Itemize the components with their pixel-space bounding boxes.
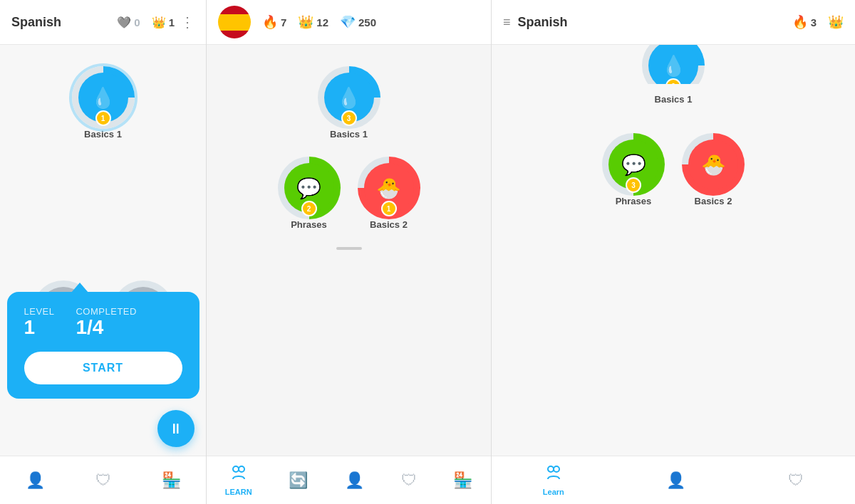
water-drop-icon-mid: 💧: [336, 86, 361, 110]
shield-icon-right: 🛡: [788, 471, 804, 490]
basics1-label-right: Basics 1: [655, 94, 693, 105]
skill-node-basics2-mid[interactable]: 🐣 1 Basics 2: [358, 157, 420, 230]
nav-shield-left[interactable]: 🛡: [95, 471, 111, 490]
gem-count-mid: 250: [358, 16, 376, 28]
skill-node-phrases-mid[interactable]: 💬 2 Phrases: [278, 157, 341, 230]
chick-icon-mid: 🐣: [376, 177, 401, 200]
spain-flag: [218, 6, 251, 38]
completed-label: Completed: [76, 306, 136, 317]
hearts-count: 0: [134, 16, 140, 28]
right-header: ≡ Spanish 🔥 3 👑: [492, 0, 855, 45]
tooltip-arrow: [71, 283, 88, 293]
shop-icon-mid: 🏪: [453, 471, 472, 490]
person-icon-mid: 👤: [345, 471, 364, 490]
right-title: Spanish: [518, 15, 781, 30]
tooltip-completed: Completed 1/4: [76, 306, 136, 339]
crowns-count-left: 1: [169, 16, 175, 28]
nav-learn-right[interactable]: Learn: [543, 465, 564, 496]
left-skill-list: 💧 1 Basics 1 Level 1 Completed 1/4 STAR: [0, 45, 206, 456]
left-bottom-nav: 👤 🛡 🏪: [0, 456, 206, 504]
shop-icon-left: 🏪: [162, 471, 181, 490]
left-hearts-stat: 🩶 0: [117, 16, 140, 29]
left-header: Spanish 🩶 0 👑 1 ⋮: [0, 0, 206, 45]
mid-bottom-nav: LEARN 🔄 👤 🛡 🏪: [207, 456, 491, 504]
right-skill-list: 💧 2 Basics 1 💬 3 Phrase: [492, 45, 855, 456]
basics2-label-mid: Basics 2: [370, 219, 408, 230]
learn-label-mid: LEARN: [225, 488, 252, 496]
crown-count-mid: 12: [316, 16, 328, 28]
basics1-label-left: Basics 1: [84, 129, 122, 140]
nav-refresh-mid[interactable]: 🔄: [289, 471, 308, 490]
nav-person-left[interactable]: 👤: [26, 471, 45, 490]
person-icon-left: 👤: [26, 471, 45, 490]
more-icon[interactable]: ⋮: [180, 14, 195, 31]
mid-row-2: 💬 2 Phrases 🐣 1 Basics 2: [278, 157, 420, 230]
music-icon: ⏸: [169, 421, 183, 437]
nav-shield-right[interactable]: 🛡: [788, 471, 804, 490]
water-drop-icon-top: 💧: [661, 54, 686, 78]
skill-node-basics1-left[interactable]: 💧 1 Basics 1: [72, 66, 135, 140]
crown-icon-left: 👑: [152, 16, 166, 29]
mid-crown-stat: 👑 12: [298, 14, 328, 30]
nav-learn-mid[interactable]: LEARN: [225, 465, 252, 496]
level-value: 1: [24, 317, 55, 339]
mid-skill-list: 💧 3 Basics 1 💬 2 Ph: [207, 45, 491, 456]
svg-point-2: [548, 466, 554, 472]
crown-icon-mid: 👑: [298, 14, 314, 30]
nav-shop-mid[interactable]: 🏪: [453, 471, 472, 490]
skill-node-basics1-mid[interactable]: 💧 3 Basics 1: [318, 66, 380, 140]
nav-shield-mid[interactable]: 🛡: [401, 471, 417, 490]
level-label: Level: [24, 306, 55, 317]
basics1-top-cropped: 💧 2: [503, 45, 844, 84]
left-panel: Spanish 🩶 0 👑 1 ⋮ 💧 1 Basics 1: [0, 0, 207, 504]
mid-fire-stat: 🔥 7: [262, 14, 286, 30]
phrases-crown-mid: 2: [301, 201, 317, 216]
nav-person-right[interactable]: 👤: [666, 471, 685, 490]
mid-row-1: 💧 3 Basics 1: [318, 66, 380, 140]
left-title: Spanish: [11, 15, 105, 30]
basics1-crown-mid: 3: [341, 110, 357, 126]
person-icon-right: 👤: [666, 471, 685, 490]
learn-icon-right: [545, 465, 562, 485]
tooltip-stats: Level 1 Completed 1/4: [24, 306, 182, 339]
fab-button[interactable]: ⏸: [157, 410, 195, 447]
shield-icon-mid: 🛡: [401, 471, 417, 490]
scroll-indicator-mid: [336, 247, 362, 250]
tooltip-level: Level 1: [24, 306, 55, 339]
shield-icon-left: 🛡: [95, 471, 111, 490]
svg-point-3: [554, 466, 559, 472]
chat-icon-right: 💬: [621, 153, 646, 177]
learn-icon-mid: [230, 465, 247, 485]
chat-icon-mid: 💬: [296, 177, 321, 200]
phrases-label-right: Phrases: [616, 196, 652, 206]
nav-shop-left[interactable]: 🏪: [162, 471, 181, 490]
skill-node-basics2-right[interactable]: 🐣 Basics 2: [682, 133, 745, 206]
hamburger-icon[interactable]: ≡: [503, 15, 511, 30]
skill-node-phrases-right[interactable]: 💬 3 Phrases: [602, 133, 665, 206]
mid-panel: 🔥 7 👑 12 💎 250 💧 3: [207, 0, 492, 504]
learn-label-right: Learn: [543, 488, 564, 496]
nav-person-mid[interactable]: 👤: [345, 471, 364, 490]
basics1-crown-badge-left: 1: [95, 110, 111, 126]
chick-icon-right: 🐣: [701, 153, 726, 177]
fire-count-right: 3: [811, 16, 817, 28]
right-row-1: 💬 3 Phrases 🐣 Basics 2: [602, 133, 745, 206]
fire-icon-mid: 🔥: [262, 14, 278, 30]
fire-count-mid: 7: [281, 16, 286, 28]
gem-icon-mid: 💎: [340, 14, 356, 30]
phrases-label-mid: Phrases: [291, 219, 327, 230]
right-bottom-nav: Learn 👤 🛡: [492, 456, 855, 504]
heart-icon: 🩶: [117, 16, 131, 29]
basics1-label-mid: Basics 1: [330, 129, 368, 140]
water-drop-icon-left: 💧: [90, 86, 115, 110]
crown-icon-right: 👑: [828, 14, 844, 30]
completed-value: 1/4: [76, 317, 136, 339]
mid-gem-stat: 💎 250: [340, 14, 376, 30]
basics2-label-right: Basics 2: [695, 196, 732, 206]
right-crown-stat: 👑: [828, 14, 844, 30]
basics2-inner-right: 🐣: [688, 140, 738, 189]
left-crowns-stat: 👑 1: [152, 16, 175, 29]
svg-point-1: [239, 466, 244, 472]
start-button[interactable]: START: [24, 352, 182, 384]
fire-icon-right: 🔥: [792, 14, 808, 30]
